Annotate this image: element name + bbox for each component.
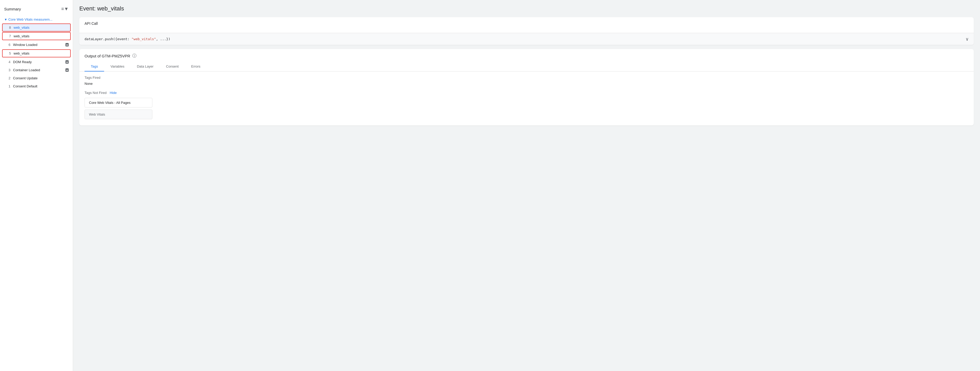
expand-icon[interactable]: ∨ <box>966 36 969 42</box>
output-card: Output of GTM-PMZ5VPR ⓘ Tags Variables D… <box>79 49 974 126</box>
tag-item-core-web-vitals[interactable]: Core Web Vitals - All Pages <box>84 98 153 107</box>
event-icon: ◉ <box>65 43 68 46</box>
sidebar-item-container-loaded-3[interactable]: 3 Container Loaded ◉ <box>0 66 73 74</box>
sidebar-header: Summary ≡▼ <box>0 4 73 16</box>
tags-fired-label: Tags Fired <box>84 76 969 80</box>
page-title: Event: web_vitals <box>79 5 974 12</box>
api-call-card: API Call dataLayer.push({event: "web_vit… <box>79 17 974 45</box>
item-label: web_vitals <box>14 34 68 38</box>
main-content: Event: web_vitals API Call dataLayer.pus… <box>73 0 980 371</box>
item-number: 6 <box>6 43 10 47</box>
api-call-title: API Call <box>84 21 969 25</box>
sidebar-group-label: Core Web Vitals measurem... <box>8 18 52 21</box>
sidebar-item-consent-update-2[interactable]: 2 Consent Update <box>0 74 73 82</box>
tags-fired-value: None <box>84 82 969 86</box>
code-suffix: , ...}) <box>156 37 170 41</box>
tags-not-fired-header: Tags Not Fired Hide <box>84 91 969 95</box>
tags-content: Tags Fired None Tags Not Fired Hide Core… <box>79 72 974 126</box>
tab-consent[interactable]: Consent <box>160 62 185 72</box>
code-string: "web_vitals" <box>132 37 156 41</box>
item-number: 3 <box>6 68 10 72</box>
sidebar-item-web-vitals-8[interactable]: 8 web_vitals <box>2 24 71 32</box>
output-header: Output of GTM-PMZ5VPR ⓘ <box>79 49 974 59</box>
api-call-code: dataLayer.push({event: "web_vitals", ...… <box>79 33 974 45</box>
tags-not-fired-label: Tags Not Fired <box>84 91 107 95</box>
item-label: Container Loaded <box>13 68 63 72</box>
hide-link[interactable]: Hide <box>110 91 117 95</box>
chevron-down-icon: ▼ <box>4 18 7 21</box>
item-number: 5 <box>7 51 11 55</box>
item-number: 7 <box>7 34 11 38</box>
tab-errors[interactable]: Errors <box>185 62 207 72</box>
sidebar-item-dom-ready-4[interactable]: 4 DOM Ready ◉ <box>0 58 73 66</box>
filter-icon[interactable]: ≡▼ <box>61 6 68 12</box>
item-number: 4 <box>6 60 10 64</box>
output-title: Output of GTM-PMZ5VPR <box>84 54 130 58</box>
item-number: 1 <box>6 84 10 88</box>
sidebar-item-consent-default-1[interactable]: 1 Consent Default <box>0 82 73 90</box>
tab-tags[interactable]: Tags <box>84 62 104 72</box>
item-number: 2 <box>6 76 10 80</box>
tabs-container: Tags Variables Data Layer Consent Errors <box>79 62 974 72</box>
item-label: Window Loaded <box>13 43 63 47</box>
event-icon: ◉ <box>65 68 68 72</box>
item-number: 8 <box>7 25 11 29</box>
sidebar-item-web-vitals-7[interactable]: 7 web_vitals <box>2 32 71 40</box>
tab-data-layer[interactable]: Data Layer <box>131 62 160 72</box>
sidebar: Summary ≡▼ ▼ Core Web Vitals measurem...… <box>0 0 73 371</box>
item-label: web_vitals <box>14 51 68 55</box>
tag-item-web-vitals[interactable]: Web Vitals <box>84 110 153 119</box>
item-label: Consent Update <box>13 76 68 80</box>
api-call-header: API Call <box>79 17 974 33</box>
sidebar-item-window-loaded-6[interactable]: 6 Window Loaded ◉ <box>0 41 73 49</box>
code-prefix: dataLayer.push({event: <box>84 37 132 41</box>
item-label: web_vitals <box>14 25 68 29</box>
help-icon[interactable]: ⓘ <box>132 53 137 59</box>
item-label: Consent Default <box>13 84 68 88</box>
sidebar-group-header[interactable]: ▼ Core Web Vitals measurem... <box>0 16 73 23</box>
sidebar-item-web-vitals-5[interactable]: 5 web_vitals <box>2 49 71 57</box>
tab-variables[interactable]: Variables <box>104 62 130 72</box>
api-call-text: dataLayer.push({event: "web_vitals", ...… <box>84 37 170 41</box>
event-icon: ◉ <box>65 60 68 64</box>
sidebar-title: Summary <box>4 7 21 11</box>
item-label: DOM Ready <box>13 60 63 64</box>
